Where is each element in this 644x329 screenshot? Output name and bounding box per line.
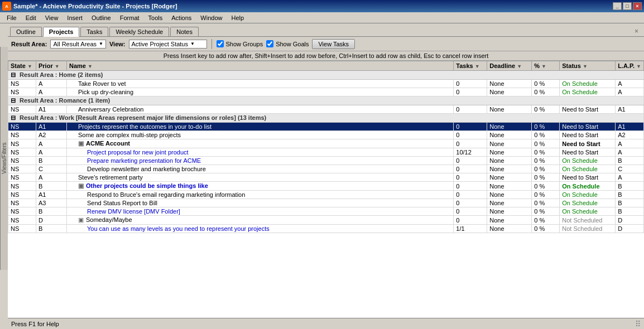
title-text: Sample* - Achieve Productivity Suite - P… bbox=[13, 3, 613, 9]
cell-lap: D bbox=[616, 216, 644, 225]
tab-tasks[interactable]: Tasks bbox=[80, 27, 108, 36]
menu-help[interactable]: Help bbox=[227, 13, 248, 22]
name-text: Someday/Maybe bbox=[86, 216, 132, 223]
menu-insert[interactable]: Insert bbox=[63, 13, 87, 22]
cell-status: Need to Start bbox=[560, 139, 616, 148]
expand-icon[interactable]: ⊟ bbox=[11, 97, 16, 104]
menu-file[interactable]: File bbox=[2, 13, 21, 22]
table-row[interactable]: NS A1 Projects represent the outcomes in… bbox=[8, 123, 644, 131]
maximize-button[interactable]: □ bbox=[623, 2, 632, 10]
group-header-label: Result Area : Home (2 items) bbox=[20, 71, 103, 78]
col-pct[interactable]: % ▼ bbox=[532, 61, 560, 71]
cell-state: NS bbox=[8, 207, 36, 216]
table-row[interactable]: NS D ▣Someday/Maybe 0 None 0 % Not Sched… bbox=[8, 216, 644, 225]
tasks-sort-icon: ▼ bbox=[475, 64, 480, 69]
cell-prior: A2 bbox=[36, 131, 67, 139]
table-body: ⊟ Result Area : Home (2 items) NS A Take… bbox=[8, 71, 644, 233]
table-row[interactable]: NS A Take Rover to vet 0 None 0 % On Sch… bbox=[8, 80, 644, 88]
cell-state: NS bbox=[8, 88, 36, 96]
cell-tasks: 0 bbox=[454, 165, 487, 173]
expand-icon[interactable]: ⊟ bbox=[11, 114, 16, 121]
table-row[interactable]: NS B Renew DMV license [DMV Folder] 0 No… bbox=[8, 207, 644, 216]
table-row[interactable]: NS C Develop newsletter and marketing br… bbox=[8, 165, 644, 173]
cell-pct: 0 % bbox=[532, 148, 560, 157]
menu-actions[interactable]: Actions bbox=[167, 13, 196, 22]
name-text: Anniversary Celebration bbox=[78, 106, 143, 113]
table-row[interactable]: NS A2 Some are complex multi-step projec… bbox=[8, 131, 644, 139]
table-row[interactable]: NS B Prepare marketing presentation for … bbox=[8, 157, 644, 165]
name-text: You can use as many levels as you need t… bbox=[87, 225, 270, 232]
tab-close-button[interactable]: × bbox=[631, 26, 642, 36]
cell-name: Prepare marketing presentation for ACME bbox=[67, 157, 454, 165]
cell-pct: 0 % bbox=[532, 216, 560, 225]
table-row[interactable]: NS A Steve's retirement party 0 None 0 %… bbox=[8, 173, 644, 182]
menu-format[interactable]: Format bbox=[116, 13, 144, 22]
cell-tasks: 0 bbox=[454, 216, 487, 225]
table-row[interactable]: NS A3 Send Status Report to Bill 0 None … bbox=[8, 199, 644, 207]
table-row[interactable]: NS B ▣Other projects could be simple thi… bbox=[8, 182, 644, 191]
table-row[interactable]: NS B You can use as many levels as you n… bbox=[8, 225, 644, 233]
cell-prior: A bbox=[36, 80, 67, 88]
menubar: File Edit View Insert Outline Format Too… bbox=[0, 12, 644, 23]
name-text: Respond to Bruce's email regarding marke… bbox=[87, 191, 245, 198]
cell-pct: 0 % bbox=[532, 157, 560, 165]
col-deadline[interactable]: Deadline ▼ bbox=[487, 61, 532, 71]
close-button[interactable]: × bbox=[633, 2, 642, 10]
col-state[interactable]: State ▼ bbox=[8, 61, 36, 71]
result-area-dropdown[interactable]: All Result Areas ▼ bbox=[50, 40, 106, 49]
show-groups-checkbox-group[interactable]: Show Groups bbox=[217, 40, 263, 47]
name-text: Send Status Report to Bill bbox=[87, 200, 157, 206]
col-status[interactable]: Status ▼ bbox=[560, 61, 616, 71]
table-row[interactable]: NS A Project proposal for new joint prod… bbox=[8, 148, 644, 157]
projects-table: State ▼ Prior ▼ Name ▼ Tasks ▼ Deadline … bbox=[8, 61, 644, 233]
name-text: Other projects could be simple things li… bbox=[86, 182, 208, 189]
cell-prior: A1 bbox=[36, 105, 67, 114]
cell-prior: B bbox=[36, 225, 67, 233]
tab-outline[interactable]: Outline bbox=[10, 27, 42, 36]
status-sort-icon: ▼ bbox=[583, 64, 588, 69]
table-row[interactable]: NS A ▣ACME Account 0 None 0 % Need to St… bbox=[8, 139, 644, 148]
show-groups-checkbox[interactable] bbox=[217, 40, 224, 47]
cell-name: You can use as many levels as you need t… bbox=[67, 225, 454, 233]
expand-icon[interactable]: ▣ bbox=[78, 182, 84, 189]
tab-projects[interactable]: Projects bbox=[43, 27, 79, 37]
cell-tasks: 10/12 bbox=[454, 148, 487, 157]
tab-weekly-schedule[interactable]: Weekly Schedule bbox=[109, 27, 169, 36]
col-lap[interactable]: L.A.P. ▼ bbox=[616, 61, 644, 71]
view-label: View: bbox=[109, 41, 126, 47]
table-row[interactable]: NS A1 Respond to Bruce's email regarding… bbox=[8, 191, 644, 199]
cell-deadline: None bbox=[487, 207, 532, 216]
menu-view[interactable]: View bbox=[41, 13, 63, 22]
menu-tools[interactable]: Tools bbox=[144, 13, 167, 22]
table-row[interactable]: NS A Pick up dry-cleaning 0 None 0 % On … bbox=[8, 88, 644, 96]
tabbar: Outline Projects Tasks Weekly Schedule N… bbox=[8, 23, 644, 37]
app-icon: A bbox=[2, 2, 11, 11]
col-tasks[interactable]: Tasks ▼ bbox=[454, 61, 487, 71]
cell-status: Need to Start bbox=[560, 105, 616, 114]
side-label: Views/Filters bbox=[0, 47, 8, 270]
minimize-button[interactable]: _ bbox=[613, 2, 622, 10]
menu-outline[interactable]: Outline bbox=[87, 13, 116, 22]
cell-pct: 0 % bbox=[532, 88, 560, 96]
cell-deadline: None bbox=[487, 191, 532, 199]
show-goals-checkbox[interactable] bbox=[266, 40, 273, 47]
cell-pct: 0 % bbox=[532, 139, 560, 148]
view-dropdown[interactable]: Active Project Status ▼ bbox=[129, 40, 207, 49]
expand-icon[interactable]: ▣ bbox=[78, 216, 84, 223]
view-tasks-button[interactable]: View Tasks bbox=[312, 39, 355, 49]
show-goals-checkbox-group[interactable]: Show Goals bbox=[266, 40, 309, 47]
cell-prior: A bbox=[36, 88, 67, 96]
tab-notes[interactable]: Notes bbox=[170, 27, 199, 36]
table-row[interactable]: ⊟ Result Area : Romance (1 item) bbox=[8, 96, 644, 105]
table-row[interactable]: ⊟ Result Area : Work [Result Areas repre… bbox=[8, 114, 644, 123]
table-row[interactable]: NS A1 Anniversary Celebration 0 None 0 %… bbox=[8, 105, 644, 114]
menu-window[interactable]: Window bbox=[196, 13, 227, 22]
cell-lap: A bbox=[616, 80, 644, 88]
expand-icon[interactable]: ⊟ bbox=[11, 71, 16, 78]
expand-icon[interactable]: ▣ bbox=[78, 140, 84, 147]
menu-edit[interactable]: Edit bbox=[21, 13, 41, 22]
cell-lap: A1 bbox=[616, 105, 644, 114]
table-row[interactable]: ⊟ Result Area : Home (2 items) bbox=[8, 71, 644, 80]
col-name[interactable]: Name ▼ bbox=[67, 61, 454, 71]
col-prior[interactable]: Prior ▼ bbox=[36, 61, 67, 71]
